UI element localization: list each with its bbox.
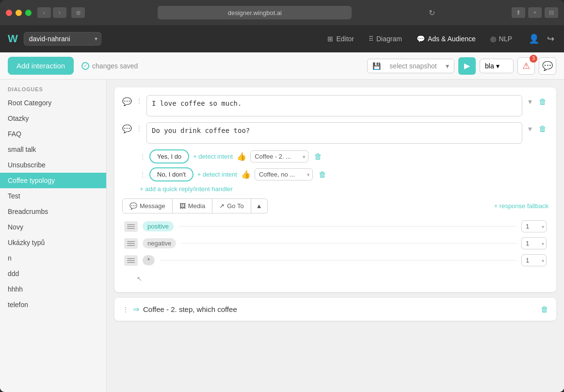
signout-button[interactable]: ↪ xyxy=(545,32,556,46)
bla-select[interactable]: bla ▾ xyxy=(480,59,514,73)
sidebar-item-otazky[interactable]: Otazky xyxy=(0,111,106,126)
sidebar-toggle-button[interactable]: ⊟ xyxy=(545,7,558,18)
goto-tab-label: Go To xyxy=(227,202,243,210)
forward-button[interactable]: › xyxy=(53,7,66,18)
response-fallback[interactable]: + response fallback xyxy=(494,202,548,210)
sidebar: DIALOGUES Root Category Otazky FAQ small… xyxy=(0,80,107,392)
maximize-button[interactable] xyxy=(25,10,32,16)
bottom-block: ⋮ ⇒ Coffee - 2. step, which coffee 🗑 xyxy=(114,298,556,321)
bla-chevron-icon: ▾ xyxy=(496,62,500,70)
alert-button[interactable]: ⚠ 3 xyxy=(517,57,535,75)
detect-intent-link-1[interactable]: + detect intent xyxy=(193,153,233,160)
traffic-lights xyxy=(6,10,32,16)
qr-drag-1[interactable]: ⋮ xyxy=(140,153,145,160)
menu-icon-positive xyxy=(127,226,135,227)
menu-icon-wildcard xyxy=(127,260,135,261)
new-tab-button[interactable]: + xyxy=(528,7,542,18)
delete-qr-1[interactable]: 🗑 xyxy=(312,151,324,162)
chat-button[interactable]: 💬 xyxy=(539,57,556,75)
back-button[interactable]: ‹ xyxy=(37,7,51,18)
intent-select-wrap-1: Coffee - 2. ... xyxy=(250,150,308,163)
history-button[interactable]: ⊞ xyxy=(71,7,85,18)
action-tab-message[interactable]: 💬 Message xyxy=(122,198,173,213)
intent-select-2[interactable]: Coffee, no ... xyxy=(255,168,313,180)
expand-button-2[interactable]: ▾ xyxy=(526,123,534,134)
message-row-1: 💬 ⋮ ▾ 🗑 xyxy=(122,95,548,116)
intent-count-negative[interactable]: 1 xyxy=(521,237,547,249)
minimize-button[interactable] xyxy=(16,10,22,16)
sidebar-item-faq[interactable]: FAQ xyxy=(0,126,106,142)
sidebar-item-ukazky-typu[interactable]: Ukázky typů xyxy=(0,235,106,250)
intent-count-wildcard[interactable]: 1 xyxy=(521,254,547,266)
media-tab-label: Media xyxy=(188,202,205,210)
main-area: DIALOGUES Root Category Otazky FAQ small… xyxy=(0,80,564,392)
delete-button-2[interactable]: 🗑 xyxy=(537,124,548,134)
sidebar-item-breadcrumbs[interactable]: Breadcrumbs xyxy=(0,204,106,219)
thumb-icon-2[interactable]: 👍 xyxy=(241,170,251,179)
editor-icon: ⊞ xyxy=(327,35,333,43)
diagram-icon: ⠿ xyxy=(369,35,373,43)
snapshot-chevron-icon: ▾ xyxy=(446,62,449,70)
snapshot-select[interactable]: 💾 select snapshot ▾ xyxy=(367,59,454,73)
sidebar-item-coffee-typology[interactable]: Coffee typology xyxy=(0,173,106,188)
share-button[interactable]: ⬆ xyxy=(512,7,525,18)
nlp-icon: ◎ xyxy=(490,35,496,43)
nav-item-editor[interactable]: ⊞ Editor xyxy=(321,32,361,46)
nav-item-diagram[interactable]: ⠿ Diagram xyxy=(362,32,409,46)
delete-button-1[interactable]: 🗑 xyxy=(537,97,548,107)
sidebar-item-telefon[interactable]: telefon xyxy=(0,297,106,312)
project-select[interactable]: david-nahrani xyxy=(24,32,101,46)
intent-row-positive: positive 1 xyxy=(122,220,548,232)
editor-label: Editor xyxy=(336,35,354,43)
bottom-block-delete[interactable]: 🗑 xyxy=(541,305,548,314)
content-area: 💬 ⋮ ▾ 🗑 💬 ⋮ ▾ xyxy=(107,80,564,392)
action-tab-goto[interactable]: ↗ Go To xyxy=(212,198,251,213)
expand-button-1[interactable]: ▾ xyxy=(526,96,534,107)
sidebar-item-test[interactable]: Test xyxy=(0,188,106,204)
toolbar-right: 💾 select snapshot ▾ ▶ bla ▾ ⚠ 3 💬 xyxy=(367,57,556,75)
add-interaction-button[interactable]: Add interaction xyxy=(8,57,74,75)
qr-drag-2[interactable]: ⋮ xyxy=(140,171,145,178)
intent-tag-wildcard: * xyxy=(143,255,155,265)
nav-item-nlp[interactable]: ◎ NLP xyxy=(483,32,519,46)
play-button[interactable]: ▶ xyxy=(458,57,476,75)
project-select-wrap: david-nahrani xyxy=(24,32,101,46)
intent-row-icon-negative xyxy=(124,238,138,249)
sidebar-item-small-talk[interactable]: small talk xyxy=(0,142,106,157)
ads-icon: 💬 xyxy=(417,35,425,43)
intent-count-wrap-negative: 1 xyxy=(521,237,547,249)
bottom-block-drag[interactable]: ⋮ xyxy=(122,306,129,313)
toolbar: Add interaction changes saved 💾 select s… xyxy=(0,52,564,80)
quick-reply-row-2: ⋮ No, I don't + detect intent 👍 Coffee, … xyxy=(122,167,548,181)
nav-item-ads-audience[interactable]: 💬 Ads & Audience xyxy=(410,32,483,46)
close-button[interactable] xyxy=(6,10,12,16)
action-tab-media[interactable]: 🖼 Media xyxy=(173,198,212,213)
refresh-button[interactable]: ↻ xyxy=(429,8,435,17)
sidebar-item-novy[interactable]: Novy xyxy=(0,219,106,235)
changes-saved-icon xyxy=(81,62,89,70)
thumb-icon-1[interactable]: 👍 xyxy=(237,152,246,161)
message-tab-icon: 💬 xyxy=(129,202,137,210)
url-bar[interactable]: designer.wingbot.ai xyxy=(158,6,352,19)
quick-reply-button-2[interactable]: No, I don't xyxy=(149,167,193,181)
diagram-label: Diagram xyxy=(376,35,402,43)
drag-handle-1[interactable]: ⋮ xyxy=(136,97,143,105)
sidebar-item-root-category[interactable]: Root Category xyxy=(0,95,106,111)
detect-intent-link-2[interactable]: + detect intent xyxy=(197,171,237,178)
sidebar-item-n[interactable]: n xyxy=(0,250,106,266)
quick-reply-button-1[interactable]: Yes, I do xyxy=(149,149,189,163)
changes-saved-indicator: changes saved xyxy=(81,62,138,70)
sidebar-item-hhhh[interactable]: hhhh xyxy=(0,281,106,297)
delete-qr-2[interactable]: 🗑 xyxy=(317,169,328,180)
message-input-1[interactable] xyxy=(146,95,522,116)
user-button[interactable]: 👤 xyxy=(527,32,541,46)
add-qr-link[interactable]: + add a quick reply/intent handler xyxy=(122,185,548,193)
sidebar-item-unsubscribe[interactable]: Unsubscribe xyxy=(0,157,106,173)
intent-select-1[interactable]: Coffee - 2. ... xyxy=(250,150,308,163)
message-input-2[interactable] xyxy=(146,122,522,144)
intent-count-positive[interactable]: 1 xyxy=(521,220,547,232)
action-tab-collapse[interactable]: ▲ xyxy=(251,198,268,213)
drag-handle-2[interactable]: ⋮ xyxy=(136,124,143,132)
bottom-block-icon: ⇒ xyxy=(133,305,139,314)
sidebar-item-ddd[interactable]: ddd xyxy=(0,266,106,281)
